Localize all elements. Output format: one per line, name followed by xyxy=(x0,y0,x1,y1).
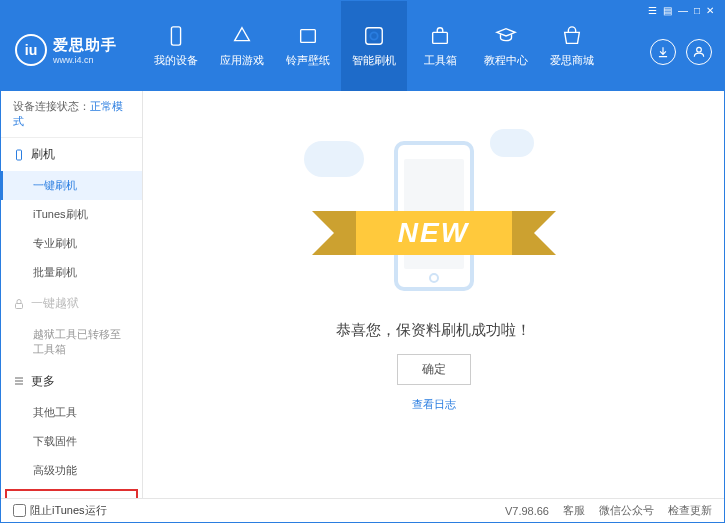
svg-rect-1 xyxy=(301,29,316,42)
logo-icon: iu xyxy=(15,34,47,66)
footer: 阻止iTunes运行 V7.98.66 客服 微信公众号 检查更新 xyxy=(1,498,724,522)
sidebar-item-advanced[interactable]: 高级功能 xyxy=(1,456,142,485)
svg-point-4 xyxy=(697,47,702,52)
nav-ringtones[interactable]: 铃声壁纸 xyxy=(275,1,341,91)
phone-icon xyxy=(165,25,187,47)
app-title: 爱思助手 xyxy=(53,36,117,55)
nav-apps[interactable]: 应用游戏 xyxy=(209,1,275,91)
logo-area: iu 爱思助手 www.i4.cn xyxy=(1,1,143,91)
svg-rect-0 xyxy=(171,26,180,44)
jailbreak-note: 越狱工具已转移至工具箱 xyxy=(1,320,142,365)
phone-small-icon xyxy=(13,149,25,161)
maximize-icon[interactable]: □ xyxy=(694,5,700,16)
header: iu 爱思助手 www.i4.cn 我的设备 应用游戏 铃声壁纸 智能刷机 工具… xyxy=(1,1,724,91)
sidebar-flash-section[interactable]: 刷机 xyxy=(1,138,142,171)
header-actions xyxy=(650,39,712,65)
store-icon xyxy=(561,25,583,47)
nav-tutorials[interactable]: 教程中心 xyxy=(473,1,539,91)
logo-text: 爱思助手 www.i4.cn xyxy=(53,36,117,65)
sidebar-bottom: 自动激活 跳过向导 iPhone 12 mini 64GB Down-12min… xyxy=(1,485,142,498)
new-ribbon: NEW xyxy=(334,211,534,255)
version-label: V7.98.66 xyxy=(505,505,549,517)
nav-my-device[interactable]: 我的设备 xyxy=(143,1,209,91)
nav-store[interactable]: 爱思商城 xyxy=(539,1,605,91)
view-log-link[interactable]: 查看日志 xyxy=(412,397,456,412)
sidebar-jailbreak-section: 一键越狱 xyxy=(1,287,142,320)
svg-rect-6 xyxy=(16,303,23,308)
apps-icon xyxy=(231,25,253,47)
sidebar-more-section[interactable]: 更多 xyxy=(1,365,142,398)
menu-icon[interactable]: ☰ xyxy=(648,5,657,16)
main-content: NEW 恭喜您，保资料刷机成功啦！ 确定 查看日志 xyxy=(143,91,724,498)
download-button[interactable] xyxy=(650,39,676,65)
connection-status: 设备连接状态：正常模式 xyxy=(1,91,142,138)
sidebar-item-other-tools[interactable]: 其他工具 xyxy=(1,398,142,427)
footer-links: V7.98.66 客服 微信公众号 检查更新 xyxy=(505,503,712,518)
sidebar-item-itunes-flash[interactable]: iTunes刷机 xyxy=(1,200,142,229)
wechat-link[interactable]: 微信公众号 xyxy=(599,503,654,518)
svg-rect-5 xyxy=(17,150,22,160)
minimize-icon[interactable]: — xyxy=(678,5,688,16)
success-message: 恭喜您，保资料刷机成功啦！ xyxy=(336,321,531,340)
sidebar-item-download-firmware[interactable]: 下载固件 xyxy=(1,427,142,456)
svg-rect-3 xyxy=(433,32,448,43)
tutorial-icon xyxy=(495,25,517,47)
confirm-button[interactable]: 确定 xyxy=(397,354,471,385)
nav-toolbox[interactable]: 工具箱 xyxy=(407,1,473,91)
flash-options-highlight: 自动激活 跳过向导 xyxy=(5,489,138,498)
sidebar-item-pro-flash[interactable]: 专业刷机 xyxy=(1,229,142,258)
refresh-icon xyxy=(363,25,385,47)
user-button[interactable] xyxy=(686,39,712,65)
sidebar: 设备连接状态：正常模式 刷机 一键刷机 iTunes刷机 专业刷机 批量刷机 一… xyxy=(1,91,143,498)
sidebar-item-batch-flash[interactable]: 批量刷机 xyxy=(1,258,142,287)
success-illustration: NEW xyxy=(314,121,554,301)
lock-icon xyxy=(13,298,25,310)
block-itunes-checkbox[interactable]: 阻止iTunes运行 xyxy=(13,503,107,518)
list-icon xyxy=(13,375,25,387)
update-link[interactable]: 检查更新 xyxy=(668,503,712,518)
skin-icon[interactable]: ▤ xyxy=(663,5,672,16)
body: 设备连接状态：正常模式 刷机 一键刷机 iTunes刷机 专业刷机 批量刷机 一… xyxy=(1,91,724,498)
wallpaper-icon xyxy=(297,25,319,47)
top-nav: 我的设备 应用游戏 铃声壁纸 智能刷机 工具箱 教程中心 爱思商城 xyxy=(143,1,724,91)
sidebar-item-oneclick-flash[interactable]: 一键刷机 xyxy=(1,171,142,200)
svg-rect-2 xyxy=(366,27,383,44)
close-icon[interactable]: ✕ xyxy=(706,5,714,16)
window-controls: ☰ ▤ — □ ✕ xyxy=(648,5,714,16)
app-subtitle: www.i4.cn xyxy=(53,55,117,65)
toolbox-icon xyxy=(429,25,451,47)
support-link[interactable]: 客服 xyxy=(563,503,585,518)
nav-flash[interactable]: 智能刷机 xyxy=(341,1,407,91)
